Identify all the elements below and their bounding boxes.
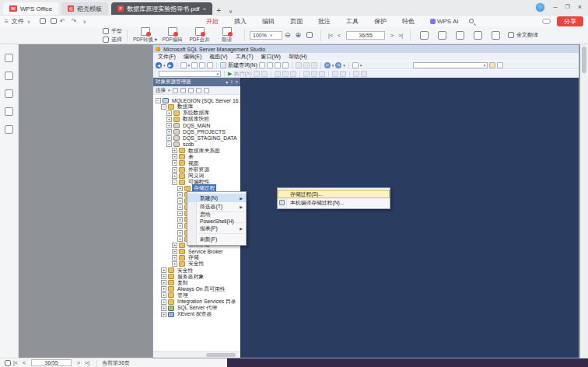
paste-icon[interactable] — [311, 62, 317, 68]
redo-chevron-icon[interactable]: ▾ — [343, 63, 345, 68]
query-doc-icon-4[interactable] — [282, 62, 289, 68]
expander-plus-icon[interactable]: + — [166, 123, 172, 128]
query-opt-icon-8[interactable] — [340, 71, 346, 77]
query-opt-icon-6[interactable] — [319, 71, 325, 77]
wps-menu-页面[interactable]: 页面 — [290, 17, 303, 26]
query-doc-icon-2[interactable] — [267, 62, 273, 68]
context-menu-item[interactable]: 刷新(F) — [187, 235, 246, 243]
feedback-icon[interactable] — [497, 62, 503, 68]
bookmark-icon[interactable] — [5, 72, 13, 80]
expander-plus-icon[interactable]: + — [161, 286, 166, 292]
back-history-chevron-icon[interactable]: ▾ — [163, 63, 166, 68]
tree-item[interactable]: +服务器对象 — [153, 274, 240, 280]
expander-plus-icon[interactable]: + — [161, 299, 166, 305]
submenu-item[interactable]: 本机编译存储过程(N)... — [278, 198, 390, 207]
expander-plus-icon[interactable]: + — [161, 280, 166, 285]
query-doc-icon-3[interactable] — [275, 62, 281, 68]
query-opt-icon-10[interactable] — [361, 71, 367, 77]
minimize-button[interactable]: – — [553, 3, 557, 11]
save-file-icon[interactable] — [199, 62, 205, 68]
expander-plus-icon[interactable]: + — [161, 267, 166, 273]
zoom-select[interactable]: 100% ∨ — [250, 31, 282, 40]
script-icon[interactable] — [204, 88, 209, 93]
redo-toolbar-icon[interactable]: ↷ — [335, 62, 341, 68]
tree-item[interactable]: +DQS_STAGING_DATA — [153, 135, 240, 142]
new-tab-button[interactable]: + — [212, 6, 225, 15]
expander-plus-icon[interactable]: + — [177, 236, 183, 242]
toc-icon[interactable] — [492, 31, 500, 40]
search-icon[interactable] — [469, 19, 474, 23]
file-menu[interactable]: 文件 — [12, 17, 24, 26]
undo-toolbar-icon[interactable]: ↶ — [324, 62, 331, 68]
document-tab[interactable]: P 数据库原理实验指导书.pdf × — [111, 2, 212, 15]
prev-page-button[interactable]: < — [338, 33, 341, 38]
expander-plus-icon[interactable]: + — [172, 173, 177, 179]
new-query-button[interactable]: 新建查询(N) — [228, 61, 257, 69]
activity-monitor-icon[interactable] — [352, 62, 359, 68]
expander-plus-icon[interactable]: + — [177, 211, 183, 216]
save-all-icon[interactable] — [207, 62, 213, 68]
expander-plus-icon[interactable]: + — [166, 110, 172, 116]
restore-button[interactable]: ❐ — [565, 4, 569, 10]
expander-plus-icon[interactable]: + — [177, 204, 183, 210]
ssms-menu-编辑(E)[interactable]: 编辑(E) — [184, 53, 201, 61]
expander-plus-icon[interactable]: + — [177, 230, 183, 236]
query-opt-icon-5[interactable] — [311, 71, 317, 77]
tree-item[interactable]: +XEvent 探查器 — [153, 311, 240, 317]
expander-plus-icon[interactable]: + — [172, 255, 177, 260]
tree-item[interactable]: +DQS_MAIN — [153, 122, 240, 128]
tree-item[interactable]: +Always On 高可用性 — [153, 286, 240, 292]
cut-icon[interactable] — [296, 62, 302, 68]
status-prev-page-button[interactable]: < — [23, 360, 26, 365]
select-tool-button[interactable]: 选择 — [103, 36, 122, 44]
panel-pin-icon[interactable]: ⊺ — [230, 79, 233, 85]
highlighter-icon[interactable] — [474, 31, 482, 40]
last-page-button[interactable]: >| — [398, 33, 403, 38]
wps-home-tab[interactable]: W WPS Office — [3, 2, 58, 15]
hand-tool-button[interactable]: 手型 — [103, 27, 122, 35]
expander-plus-icon[interactable]: + — [161, 306, 166, 311]
panel-close-icon[interactable]: × — [235, 79, 238, 85]
disconnect-icon[interactable] — [173, 88, 178, 93]
cloud-sync-icon[interactable] — [542, 19, 551, 24]
status-next-page-button[interactable]: > — [77, 360, 80, 365]
more-actions-chevron-icon[interactable]: ∨ — [82, 19, 86, 24]
wps-menu-工具[interactable]: 工具 — [346, 17, 359, 26]
query-doc-icon-1[interactable] — [259, 62, 265, 68]
cancel-query-icon[interactable] — [254, 71, 260, 77]
expander-plus-icon[interactable]: + — [161, 292, 166, 298]
zoom-out-icon[interactable]: ⊖ — [285, 31, 291, 39]
expander-plus-icon[interactable]: + — [177, 223, 183, 229]
wps-menu-保护[interactable]: 保护 — [374, 17, 387, 26]
thumbnail-view-icon[interactable] — [5, 360, 11, 366]
connect-chevron-icon[interactable]: ▾ — [168, 88, 170, 93]
ssms-title-bar[interactable]: Microsoft SQL Server Management Studio — [153, 45, 579, 53]
query-opt-icon-1[interactable] — [275, 71, 281, 77]
expander-plus-icon[interactable]: + — [177, 217, 183, 222]
expander-minus-icon[interactable]: − — [172, 180, 177, 185]
open-file-icon[interactable] — [191, 62, 198, 68]
query-opt-icon-7[interactable] — [332, 71, 338, 77]
parse-icon[interactable] — [261, 71, 268, 77]
expander-minus-icon[interactable]: − — [156, 98, 161, 103]
toolbar-button-PDF编辑[interactable]: PDF编辑 — [159, 27, 185, 44]
new-chevron-icon[interactable]: ▾ — [188, 63, 191, 68]
wps-menu-编辑[interactable]: 编辑 — [262, 17, 275, 26]
connect-button[interactable]: 连接 — [156, 87, 166, 94]
expander-plus-icon[interactable]: + — [172, 154, 177, 159]
wps-menu-WPS AI[interactable]: WPS AI — [430, 17, 459, 26]
ssms-menu-工具(T)[interactable]: 工具(T) — [236, 53, 254, 61]
ssms-menu-帮助(H)[interactable]: 帮助(H) — [289, 53, 307, 61]
query-opt-icon-2[interactable] — [282, 71, 289, 77]
toolbar-button-PDF转换[interactable]: PDF转换 ▾ — [132, 27, 158, 44]
wps-menu-插入[interactable]: 插入 — [234, 17, 247, 26]
tree-item[interactable]: +数据库快照 — [153, 116, 240, 122]
database-combobox[interactable]: ▾ — [159, 71, 221, 77]
print-icon[interactable] — [51, 18, 57, 24]
wrench-icon[interactable] — [489, 62, 495, 68]
wps-menu-批注[interactable]: 批注 — [318, 17, 331, 26]
annotate-pen-icon[interactable] — [456, 31, 464, 40]
copy-icon[interactable] — [303, 62, 310, 68]
toolbar-button-PDF合并[interactable]: PDF合并 — [187, 27, 212, 44]
horizontal-scrollbar-track[interactable] — [153, 351, 240, 358]
